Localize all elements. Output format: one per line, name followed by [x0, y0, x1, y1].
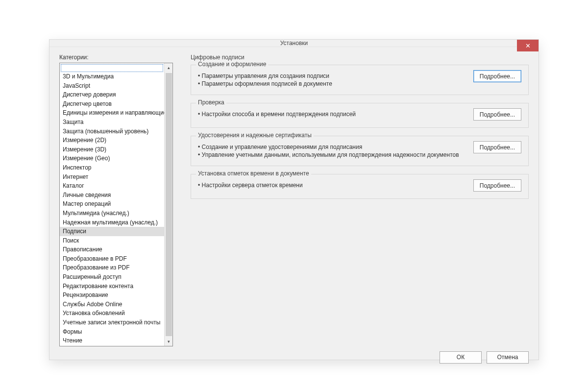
- settings-group: ПроверкаНастройки способа и времени подт…: [191, 103, 529, 128]
- category-item[interactable]: Преобразование из PDF: [60, 263, 164, 272]
- scroll-down-button[interactable]: ▾: [165, 338, 173, 346]
- categories-list: 3D и МультимедиаJavaScriptДиспетчер дове…: [60, 63, 164, 346]
- category-item[interactable]: Мастер операций: [60, 199, 164, 209]
- group-bullet: Настройки способа и времени подтверждени…: [198, 110, 466, 118]
- group-row: Создание и управление удостоверениями дл…: [198, 141, 521, 159]
- category-item[interactable]: Измерение (2D): [60, 136, 164, 145]
- close-button[interactable]: ✕: [517, 40, 539, 51]
- category-item[interactable]: 3D и Мультимедиа: [60, 72, 164, 81]
- group-legend: Удостоверения и надежные сертификаты: [196, 132, 314, 139]
- more-button[interactable]: Подробнее...: [473, 179, 521, 192]
- category-item[interactable]: Поиск: [60, 236, 164, 245]
- category-item[interactable]: Формы: [60, 327, 164, 337]
- category-item[interactable]: Личные сведения: [60, 191, 164, 200]
- titlebar: Установки ✕: [49, 40, 539, 47]
- settings-group: Удостоверения и надежные сертификатыСозд…: [191, 136, 529, 166]
- categories-label: Категории:: [59, 54, 173, 61]
- more-button[interactable]: Подробнее...: [473, 108, 521, 121]
- category-item[interactable]: Диспетчер доверия: [60, 90, 164, 99]
- group-bullet: Параметры управления для создания подпис…: [198, 72, 466, 80]
- scroll-thumb[interactable]: [166, 73, 172, 336]
- dialog-top: Категории: 3D и МультимедиаJavaScriptДис…: [59, 54, 529, 346]
- sidebar: Категории: 3D и МультимедиаJavaScriptДис…: [59, 54, 173, 346]
- more-button[interactable]: Подробнее...: [473, 141, 521, 153]
- group-content: Настройки способа и времени подтверждени…: [198, 108, 466, 118]
- dialog-title: Установки: [280, 40, 308, 47]
- category-item[interactable]: Рецензирование: [60, 291, 164, 300]
- group-bullet: Настройки сервера отметок времени: [198, 181, 466, 189]
- group-row: Параметры управления для создания подпис…: [198, 70, 521, 88]
- category-item[interactable]: [61, 64, 163, 72]
- group-content: Параметры управления для создания подпис…: [198, 70, 466, 88]
- group-content: Настройки сервера отметок времени: [198, 179, 466, 189]
- category-item[interactable]: Единицы измерения и направляющие: [60, 108, 164, 118]
- group-content: Создание и управление удостоверениями дл…: [198, 141, 466, 159]
- listbox-scrollbar[interactable]: ▴ ▾: [164, 63, 172, 346]
- category-item[interactable]: Измерение (3D): [60, 145, 164, 154]
- group-legend: Установка отметок времени в документе: [196, 170, 311, 177]
- group-row: Настройки способа и времени подтверждени…: [198, 108, 521, 121]
- close-icon: ✕: [525, 42, 531, 49]
- category-item[interactable]: Правописание: [60, 245, 164, 254]
- group-bullet: Параметры оформления подписей в документ…: [198, 80, 466, 88]
- group-bullet: Управление учетными данными, используемы…: [198, 151, 466, 159]
- preferences-dialog: Установки ✕ Категории: 3D и МультимедиаJ…: [49, 39, 539, 360]
- category-item[interactable]: Надежная мультимедиа (унаслед.): [60, 218, 164, 227]
- category-item[interactable]: Учетные записи электронной почты: [60, 318, 164, 327]
- category-item[interactable]: Интернет: [60, 172, 164, 182]
- group-legend: Создание и оформление: [196, 61, 268, 68]
- category-item[interactable]: JavaScript: [60, 81, 164, 91]
- settings-group: Установка отметок времени в документеНас…: [191, 174, 529, 199]
- cancel-button[interactable]: Отмена: [487, 351, 529, 364]
- main-panel: Цифровые подписи Создание и оформлениеПа…: [191, 54, 529, 346]
- more-button[interactable]: Подробнее...: [473, 70, 521, 82]
- category-item[interactable]: Чтение: [60, 336, 164, 345]
- dialog-body: Категории: 3D и МультимедиаJavaScriptДис…: [49, 47, 539, 371]
- category-item[interactable]: Защита (повышенный уровень): [60, 127, 164, 136]
- groups-host: Создание и оформлениеПараметры управлени…: [191, 65, 529, 207]
- category-item[interactable]: Мультимедиа (унаслед.): [60, 209, 164, 218]
- scroll-up-button[interactable]: ▴: [165, 63, 173, 72]
- category-item[interactable]: Защита: [60, 118, 164, 127]
- category-item[interactable]: Измерение (Geo): [60, 154, 164, 163]
- main-heading: Цифровые подписи: [191, 54, 529, 61]
- category-item[interactable]: Инспектор: [60, 163, 164, 172]
- category-item[interactable]: Преобразование в PDF: [60, 254, 164, 264]
- category-item[interactable]: Расширенный доступ: [60, 272, 164, 282]
- categories-listbox[interactable]: 3D и МультимедиаJavaScriptДиспетчер дове…: [59, 63, 173, 346]
- ok-button[interactable]: ОК: [440, 351, 482, 364]
- category-item[interactable]: Службы Adobe Online: [60, 300, 164, 309]
- category-item[interactable]: Редактирование контента: [60, 282, 164, 291]
- group-legend: Проверка: [196, 99, 226, 106]
- group-bullet: Создание и управление удостоверениями дл…: [198, 143, 466, 151]
- dialog-footer: ОК Отмена: [59, 346, 529, 364]
- category-item[interactable]: Установка обновлений: [60, 309, 164, 318]
- category-item[interactable]: Диспетчер цветов: [60, 99, 164, 109]
- group-row: Настройки сервера отметок времениПодробн…: [198, 179, 521, 192]
- category-item[interactable]: Каталог: [60, 181, 164, 191]
- settings-group: Создание и оформлениеПараметры управлени…: [191, 65, 529, 95]
- category-item[interactable]: Подписи: [60, 227, 164, 236]
